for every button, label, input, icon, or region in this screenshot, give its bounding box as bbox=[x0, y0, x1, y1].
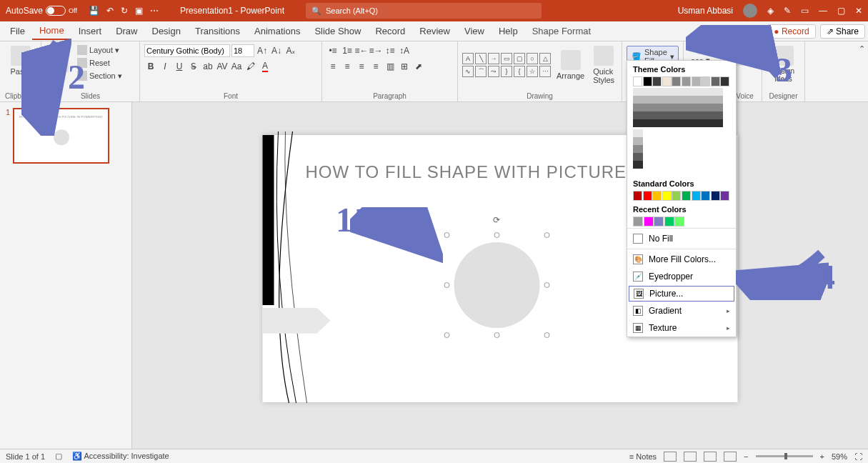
find-button[interactable]: 🔍Find bbox=[688, 44, 723, 55]
change-case-icon[interactable]: Aa bbox=[230, 60, 243, 73]
slide-info[interactable]: Slide 1 of 1 bbox=[6, 452, 45, 461]
color-shade[interactable] bbox=[703, 96, 713, 104]
color-shade[interactable] bbox=[703, 104, 713, 111]
shape-brace2-icon[interactable]: { bbox=[514, 66, 525, 77]
reading-view-icon[interactable] bbox=[704, 452, 717, 462]
tab-draw[interactable]: Draw bbox=[109, 23, 144, 39]
color-swatch[interactable] bbox=[662, 191, 672, 201]
resize-handle[interactable] bbox=[444, 232, 450, 238]
color-swatch[interactable] bbox=[672, 76, 681, 86]
color-swatch[interactable] bbox=[692, 76, 701, 86]
color-shade[interactable] bbox=[633, 104, 643, 111]
color-swatch[interactable] bbox=[692, 191, 701, 201]
tab-view[interactable]: View bbox=[457, 23, 492, 39]
color-swatch[interactable] bbox=[711, 191, 720, 201]
undo-icon[interactable]: ↶ bbox=[106, 6, 114, 16]
tab-file[interactable]: File bbox=[3, 23, 32, 39]
color-swatch[interactable] bbox=[643, 191, 652, 201]
shape-connector-icon[interactable]: ⤳ bbox=[488, 66, 499, 77]
color-swatch[interactable] bbox=[633, 216, 643, 226]
no-fill-item[interactable]: No Fill bbox=[627, 230, 736, 247]
color-shade[interactable] bbox=[683, 119, 693, 127]
shape-arrow-icon[interactable]: → bbox=[488, 53, 499, 64]
color-shade[interactable] bbox=[693, 88, 703, 96]
qat-more-icon[interactable]: ⋯ bbox=[150, 6, 159, 16]
align-center-icon[interactable]: ≡ bbox=[341, 60, 354, 73]
color-swatch[interactable] bbox=[633, 191, 642, 201]
color-shade[interactable] bbox=[633, 137, 643, 145]
color-swatch[interactable] bbox=[720, 76, 729, 86]
tab-home[interactable]: Home bbox=[32, 22, 71, 40]
shadow-icon[interactable]: ab bbox=[201, 60, 214, 73]
slideshow-view-icon[interactable] bbox=[724, 452, 737, 462]
spacing-icon[interactable]: AV bbox=[216, 60, 229, 73]
bullets-icon[interactable]: •≡ bbox=[326, 44, 339, 57]
color-shade[interactable] bbox=[683, 111, 693, 119]
color-swatch[interactable] bbox=[652, 76, 662, 86]
shape-more-icon[interactable]: ⋯ bbox=[539, 66, 551, 77]
shape-curve-icon[interactable]: ∿ bbox=[462, 66, 474, 77]
redo-icon[interactable]: ↻ bbox=[121, 6, 128, 16]
color-shade[interactable] bbox=[693, 104, 703, 111]
texture-item[interactable]: ▦Texture▸ bbox=[627, 319, 736, 337]
color-swatch[interactable] bbox=[644, 216, 654, 226]
autosave-toggle[interactable]: AutoSave Off bbox=[6, 6, 77, 16]
color-shade[interactable] bbox=[703, 119, 713, 127]
color-swatch[interactable] bbox=[654, 216, 664, 226]
color-shade[interactable] bbox=[643, 111, 653, 119]
smartart-icon[interactable]: ⬈ bbox=[412, 60, 425, 73]
shape-rect-icon[interactable]: ▭ bbox=[501, 53, 512, 64]
minimize-button[interactable]: — bbox=[819, 6, 827, 16]
rotate-handle-icon[interactable]: ⟳ bbox=[493, 215, 500, 225]
tab-slide-show[interactable]: Slide Show bbox=[307, 23, 368, 39]
shapes-gallery[interactable]: A╲→▭▢○△ ∿⌒⤳}{☆⋯ bbox=[462, 53, 551, 77]
circle-shape[interactable] bbox=[454, 242, 540, 328]
color-swatch[interactable] bbox=[633, 76, 642, 86]
spell-check-icon[interactable]: ▢ bbox=[55, 452, 62, 461]
resize-handle[interactable] bbox=[494, 232, 500, 238]
shape-star-icon[interactable]: ☆ bbox=[527, 66, 538, 77]
color-shade[interactable] bbox=[663, 119, 673, 127]
color-shade[interactable] bbox=[713, 119, 723, 127]
tab-review[interactable]: Review bbox=[412, 23, 457, 39]
color-shade[interactable] bbox=[683, 96, 693, 104]
color-shade[interactable] bbox=[673, 119, 683, 127]
color-shade[interactable] bbox=[693, 119, 703, 127]
align-right-icon[interactable]: ≡ bbox=[355, 60, 368, 73]
color-shade[interactable] bbox=[683, 88, 693, 96]
user-name[interactable]: Usman Abbasi bbox=[678, 6, 733, 16]
color-swatch[interactable] bbox=[682, 76, 691, 86]
resize-handle[interactable] bbox=[444, 332, 450, 338]
shape-roundrect-icon[interactable]: ▢ bbox=[514, 53, 525, 64]
color-shade[interactable] bbox=[633, 88, 643, 96]
decrease-indent-icon[interactable]: ≡← bbox=[355, 44, 368, 57]
shape-brace-icon[interactable]: } bbox=[501, 66, 512, 77]
maximize-button[interactable]: ▢ bbox=[837, 6, 845, 16]
strikethrough-icon[interactable]: S̶ bbox=[187, 60, 200, 73]
resize-handle[interactable] bbox=[544, 232, 550, 238]
quick-styles-button[interactable]: Quick Styles bbox=[590, 44, 617, 86]
color-shade[interactable] bbox=[633, 129, 643, 137]
ribbon-display-icon[interactable]: ▭ bbox=[801, 6, 809, 16]
color-shade[interactable] bbox=[713, 88, 723, 96]
paste-button[interactable]: Paste bbox=[4, 44, 36, 77]
color-shade[interactable] bbox=[653, 88, 663, 96]
justify-icon[interactable]: ≡ bbox=[369, 60, 382, 73]
selected-shape[interactable]: ⟳ bbox=[447, 235, 547, 335]
section-button[interactable]: Section ▾ bbox=[74, 70, 125, 81]
color-shade[interactable] bbox=[693, 96, 703, 104]
color-shade[interactable] bbox=[633, 153, 643, 161]
color-shade[interactable] bbox=[713, 96, 723, 104]
slide-arrow-shape[interactable] bbox=[263, 308, 331, 334]
color-shade[interactable] bbox=[703, 88, 713, 96]
clear-format-icon[interactable]: Aₓ bbox=[284, 44, 297, 57]
color-shade[interactable] bbox=[643, 104, 653, 111]
tab-insert[interactable]: Insert bbox=[71, 23, 109, 39]
align-text-icon[interactable]: ⊞ bbox=[398, 60, 411, 73]
fit-window-icon[interactable]: ⛶ bbox=[854, 452, 862, 461]
highlight-icon[interactable]: 🖍 bbox=[244, 60, 257, 73]
color-shade[interactable] bbox=[663, 104, 673, 111]
color-swatch[interactable] bbox=[711, 76, 720, 86]
resize-handle[interactable] bbox=[494, 332, 500, 338]
canvas-area[interactable]: HOW TO FILL SHAPE WITH PICTURE IN PO ⟳ bbox=[132, 102, 868, 449]
